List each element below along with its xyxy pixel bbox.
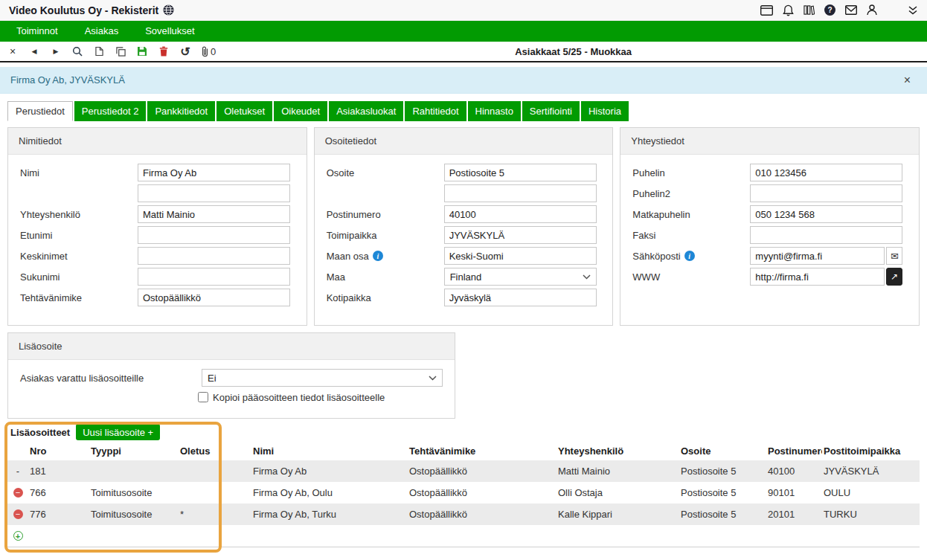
tab-oikeudet[interactable]: Oikeudet	[274, 101, 327, 121]
prev-record-icon[interactable]: ◀	[29, 48, 39, 55]
copy-main-address-checkbox[interactable]	[198, 392, 208, 402]
keskinimet-input[interactable]	[138, 247, 290, 265]
user-icon[interactable]	[867, 4, 877, 16]
cell-osoite: Postiosoite 5	[679, 466, 766, 477]
tab-historia[interactable]: Historia	[581, 101, 629, 121]
delete-icon[interactable]	[158, 46, 169, 57]
tab-pankkitiedot[interactable]: Pankkitiedot	[147, 101, 215, 121]
cell-tehtavanimike: Ostopäällikkö	[408, 509, 556, 520]
nimi2-input[interactable]	[138, 184, 290, 202]
field-label: Tehtävänimike	[20, 292, 138, 303]
next-record-icon[interactable]: ▶	[51, 48, 61, 55]
tab-asiakasluokat[interactable]: Asiakasluokat	[329, 101, 403, 121]
cell-oletus: *	[179, 509, 251, 520]
window-icon[interactable]	[760, 5, 773, 16]
banner-close-icon[interactable]: ×	[904, 74, 917, 87]
open-link-button[interactable]: ↗	[886, 268, 902, 286]
menu-asiakas[interactable]: Asiakas	[71, 21, 132, 42]
globe-icon[interactable]	[163, 4, 174, 16]
cell-nro: 766	[28, 487, 89, 498]
col-yhteyshenkilo: Yhteyshenkilö	[556, 445, 679, 457]
undo-icon[interactable]: ↺	[180, 45, 190, 59]
field-label: Puhelin2	[632, 188, 750, 199]
library-icon[interactable]	[803, 4, 815, 16]
titlebar: Video Koulutus Oy - Rekisterit ?	[0, 0, 927, 21]
add-row: +	[7, 525, 920, 547]
osoite2-input[interactable]	[444, 184, 597, 202]
tab-sertifiointi[interactable]: Sertifiointi	[522, 101, 580, 121]
col-oletus: Oletus	[179, 445, 251, 457]
new-record-icon[interactable]	[94, 46, 104, 57]
puhelin-input[interactable]	[750, 164, 902, 181]
table-row[interactable]: − 766 Toimitusosoite Firma Oy Ab, Oulu O…	[7, 482, 920, 503]
faksi-input[interactable]	[750, 226, 902, 244]
col-nro: Nro	[28, 445, 89, 457]
matkapuhelin-input[interactable]	[750, 205, 902, 223]
search-icon[interactable]	[72, 46, 83, 57]
maa-select[interactable]: Finland	[444, 268, 597, 286]
cell-postinumero: 40100	[766, 466, 822, 477]
new-address-button[interactable]: Uusi lisäosoite +	[76, 424, 160, 440]
attachment-icon[interactable]: 0	[202, 46, 216, 57]
copy-icon[interactable]	[115, 47, 126, 57]
field-label: Puhelin	[632, 167, 750, 178]
app-title: Video Koulutus Oy - Rekisterit	[9, 4, 158, 16]
info-icon[interactable]: i	[684, 251, 695, 261]
cell-osoite: Postiosoite 5	[679, 509, 766, 520]
send-email-button[interactable]: ✉	[886, 247, 902, 265]
www-input[interactable]	[750, 268, 885, 286]
postinumero-input[interactable]	[444, 205, 597, 223]
yhteyshenkilo-input[interactable]	[138, 205, 290, 223]
cell-nro: 181	[28, 466, 89, 477]
info-icon[interactable]: i	[373, 251, 383, 261]
tab-oletukset[interactable]: Oletukset	[216, 101, 272, 121]
table-row[interactable]: − 776 Toimitusosoite * Firma Oy Ab, Turk…	[7, 503, 920, 525]
field-label: Yhteyshenkilö	[20, 209, 138, 220]
double-chevron-down-icon[interactable]	[908, 6, 918, 15]
panel-title: Lisäosoite	[8, 333, 455, 360]
remove-row-icon[interactable]: −	[13, 509, 23, 519]
menu-sovellukset[interactable]: Sovellukset	[132, 21, 208, 42]
remove-row-icon[interactable]: −	[13, 488, 23, 498]
field-label: WWW	[632, 271, 750, 283]
cell-postinumero: 90101	[766, 487, 822, 498]
panel-yhteystiedot: Yhteystiedot Puhelin Puhelin2 Matkapuhel…	[620, 127, 920, 326]
mail-icon[interactable]	[845, 5, 857, 15]
cell-yhteyshenkilo: Olli Ostaja	[556, 487, 679, 498]
sukunimi-input[interactable]	[138, 268, 290, 286]
chevron-down-icon	[429, 376, 437, 381]
varattu-lisaosoitteille-select[interactable]: Ei	[202, 369, 443, 387]
etunimi-input[interactable]	[138, 226, 290, 244]
nimi-input[interactable]	[138, 164, 290, 181]
maan-osa-input[interactable]	[444, 247, 597, 265]
field-label: Postinumero	[327, 209, 444, 220]
additional-addresses-section: Lisäosoitteet Uusi lisäosoite + Nro Tyyp…	[0, 419, 927, 547]
record-banner: Firma Oy Ab, JYVÄSKYLÄ ×	[0, 67, 927, 94]
osoite-input[interactable]	[444, 164, 597, 181]
tehtavanimike-input[interactable]	[138, 289, 290, 306]
toimipaikka-input[interactable]	[444, 226, 597, 244]
cell-tyyppi: Toimitusosoite	[89, 509, 179, 520]
kotipaikka-input[interactable]	[444, 289, 597, 306]
close-record-icon[interactable]: ×	[7, 46, 18, 57]
panel-title: Nimitiedot	[8, 128, 307, 155]
field-label: Nimi	[20, 167, 138, 178]
table-header-row: Nro Tyyppi Oletus Nimi Tehtävänimike Yht…	[7, 441, 920, 460]
save-icon[interactable]	[137, 46, 147, 57]
tab-rahtitiedot[interactable]: Rahtitiedot	[405, 101, 466, 121]
bell-icon[interactable]	[783, 4, 794, 16]
tab-perustiedot-2[interactable]: Perustiedot 2	[74, 101, 147, 121]
banner-text: Firma Oy Ab, JYVÄSKYLÄ	[10, 74, 125, 86]
tab-perustiedot[interactable]: Perustiedot	[7, 101, 73, 121]
add-row-icon[interactable]: +	[13, 531, 23, 541]
table-row[interactable]: - 181 Firma Oy Ab Ostopäällikkö Matti Ma…	[7, 460, 920, 482]
attachment-count: 0	[211, 46, 216, 57]
field-label: Etunimi	[20, 230, 138, 241]
help-icon[interactable]: ?	[824, 4, 835, 16]
tab-hinnasto[interactable]: Hinnasto	[468, 101, 521, 121]
puhelin2-input[interactable]	[750, 184, 902, 202]
menu-toiminnot[interactable]: Toiminnot	[3, 21, 71, 42]
sahkoposti-input[interactable]	[750, 247, 885, 265]
toolbar: × ◀ ▶ ↺ 0 Asiakkaat 5/25 - Muokkaa	[0, 42, 927, 62]
cell-postitoimipaikka: OULU	[822, 487, 920, 498]
